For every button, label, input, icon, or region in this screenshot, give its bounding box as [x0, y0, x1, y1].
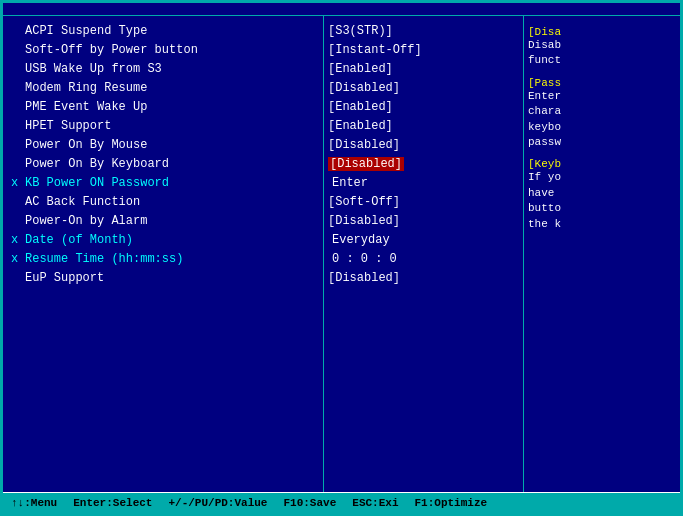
right-section-line-1-2: keybo	[528, 120, 676, 135]
footer-item-2: +/-/PU/PD:Value	[168, 497, 267, 509]
row-label-5: HPET Support	[25, 119, 111, 133]
right-section-2: [KeybIf yohavebuttothe k	[528, 158, 676, 232]
value-cell-4: [Enabled]	[328, 100, 393, 114]
value-cell-0: [S3(STR)]	[328, 24, 393, 38]
right-panel: [DisaDisabfunct[PassEntercharakeybopassw…	[523, 16, 680, 492]
value-row-9: [Soft-Off]	[328, 193, 519, 211]
right-section-line-2-3: the k	[528, 217, 676, 232]
left-row-1: Soft-Off by Power button	[11, 41, 315, 59]
row-label-1: Soft-Off by Power button	[25, 43, 198, 57]
middle-panel: [S3(STR)][Instant-Off][Enabled][Disabled…	[323, 16, 523, 492]
right-section-value-0: [Disa	[528, 26, 676, 38]
right-section-line-0-1: funct	[528, 53, 676, 68]
left-row-4: PME Event Wake Up	[11, 98, 315, 116]
row-label-13: EuP Support	[25, 271, 104, 285]
right-section-0: [DisaDisabfunct	[528, 26, 676, 69]
row-prefix-8: x	[11, 176, 25, 190]
right-section-line-0-0: Disab	[528, 38, 676, 53]
value-cell-12: 0 : 0 : 0	[328, 252, 397, 266]
left-row-5: HPET Support	[11, 117, 315, 135]
value-cell-9: [Soft-Off]	[328, 195, 400, 209]
value-cell-5: [Enabled]	[328, 119, 393, 133]
left-panel: ACPI Suspend TypeSoft-Off by Power butto…	[3, 16, 323, 492]
row-label-9: AC Back Function	[25, 195, 140, 209]
left-row-10: Power-On by Alarm	[11, 212, 315, 230]
footer-item-0: ↑↓:Menu	[11, 497, 57, 509]
left-row-11: xDate (of Month)	[11, 231, 315, 249]
value-row-5: [Enabled]	[328, 117, 519, 135]
value-cell-13: [Disabled]	[328, 271, 400, 285]
right-section-line-2-2: butto	[528, 201, 676, 216]
value-row-4: [Enabled]	[328, 98, 519, 116]
bios-screen: ACPI Suspend TypeSoft-Off by Power butto…	[0, 0, 683, 516]
row-label-4: PME Event Wake Up	[25, 100, 147, 114]
row-prefix-11: x	[11, 233, 25, 247]
value-cell-11: Everyday	[328, 233, 390, 247]
left-row-12: xResume Time (hh:mm:ss)	[11, 250, 315, 268]
row-label-2: USB Wake Up from S3	[25, 62, 162, 76]
value-row-1: [Instant-Off]	[328, 41, 519, 59]
value-row-3: [Disabled]	[328, 79, 519, 97]
left-row-3: Modem Ring Resume	[11, 79, 315, 97]
row-label-11: Date (of Month)	[25, 233, 133, 247]
value-row-7: [Disabled]	[328, 155, 519, 173]
footer-item-1: Enter:Select	[73, 497, 152, 509]
footer-item-3: F10:Save	[283, 497, 336, 509]
value-cell-1: [Instant-Off]	[328, 43, 422, 57]
left-row-9: AC Back Function	[11, 193, 315, 211]
value-row-10: [Disabled]	[328, 212, 519, 230]
left-row-6: Power On By Mouse	[11, 136, 315, 154]
row-label-10: Power-On by Alarm	[25, 214, 147, 228]
value-cell-2: [Enabled]	[328, 62, 393, 76]
value-cell-6: [Disabled]	[328, 138, 400, 152]
value-row-13: [Disabled]	[328, 269, 519, 287]
row-prefix-12: x	[11, 252, 25, 266]
right-section-line-1-1: chara	[528, 104, 676, 119]
value-cell-3: [Disabled]	[328, 81, 400, 95]
left-row-2: USB Wake Up from S3	[11, 60, 315, 78]
header	[3, 3, 680, 16]
right-section-line-1-3: passw	[528, 135, 676, 150]
footer-item-5: F1:Optimize	[415, 497, 488, 509]
footer: ↑↓:MenuEnter:Select+/-/PU/PD:ValueF10:Sa…	[3, 492, 680, 513]
value-row-0: [S3(STR)]	[328, 22, 519, 40]
row-label-7: Power On By Keyboard	[25, 157, 169, 171]
right-section-line-1-0: Enter	[528, 89, 676, 104]
right-section-line-2-0: If yo	[528, 170, 676, 185]
left-row-7: Power On By Keyboard	[11, 155, 315, 173]
right-section-value-2: [Keyb	[528, 158, 676, 170]
left-row-0: ACPI Suspend Type	[11, 22, 315, 40]
value-row-11: Everyday	[328, 231, 519, 249]
row-label-8: KB Power ON Password	[25, 176, 169, 190]
left-row-8: xKB Power ON Password	[11, 174, 315, 192]
left-row-13: EuP Support	[11, 269, 315, 287]
right-section-1: [PassEntercharakeybopassw	[528, 77, 676, 151]
right-section-line-2-1: have	[528, 186, 676, 201]
footer-item-4: ESC:Exi	[352, 497, 398, 509]
main-area: ACPI Suspend TypeSoft-Off by Power butto…	[3, 16, 680, 492]
value-row-8: Enter	[328, 174, 519, 192]
row-label-3: Modem Ring Resume	[25, 81, 147, 95]
right-section-value-1: [Pass	[528, 77, 676, 89]
row-label-6: Power On By Mouse	[25, 138, 147, 152]
value-row-2: [Enabled]	[328, 60, 519, 78]
value-row-12: 0 : 0 : 0	[328, 250, 519, 268]
value-cell-8: Enter	[328, 176, 368, 190]
value-cell-7: [Disabled]	[328, 157, 404, 171]
value-row-6: [Disabled]	[328, 136, 519, 154]
value-cell-10: [Disabled]	[328, 214, 400, 228]
row-label-12: Resume Time (hh:mm:ss)	[25, 252, 183, 266]
row-label-0: ACPI Suspend Type	[25, 24, 147, 38]
